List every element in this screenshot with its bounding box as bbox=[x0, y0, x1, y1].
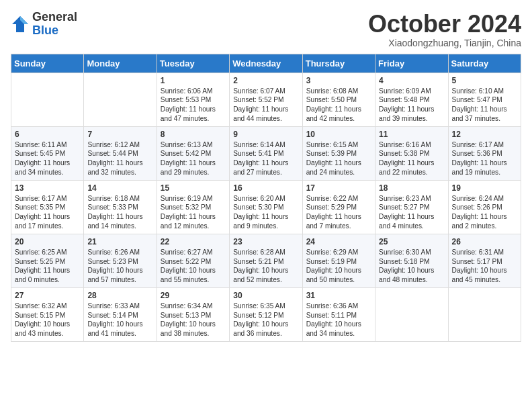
calendar-cell: 16Sunrise: 6:20 AMSunset: 5:30 PMDayligh… bbox=[230, 180, 302, 234]
day-number: 19 bbox=[452, 183, 517, 193]
calendar-cell: 6Sunrise: 6:11 AMSunset: 5:45 PMDaylight… bbox=[11, 126, 84, 180]
weekday-header: Saturday bbox=[448, 54, 521, 73]
day-info: Sunrise: 6:28 AMSunset: 5:21 PMDaylight:… bbox=[233, 248, 298, 285]
day-number: 21 bbox=[87, 237, 152, 246]
day-number: 8 bbox=[161, 130, 226, 139]
logo: General Blue bbox=[11, 11, 77, 38]
weekday-header: Tuesday bbox=[157, 54, 229, 73]
day-number: 25 bbox=[379, 237, 444, 246]
day-info: Sunrise: 6:25 AMSunset: 5:25 PMDaylight:… bbox=[15, 248, 80, 285]
day-info: Sunrise: 6:27 AMSunset: 5:22 PMDaylight:… bbox=[161, 248, 226, 285]
calendar-cell: 30Sunrise: 6:35 AMSunset: 5:12 PMDayligh… bbox=[230, 287, 302, 341]
day-info: Sunrise: 6:30 AMSunset: 5:18 PMDaylight:… bbox=[379, 248, 444, 285]
day-number: 20 bbox=[15, 237, 80, 246]
month-title: October 2024 bbox=[368, 11, 521, 38]
day-number: 9 bbox=[233, 130, 298, 139]
day-number: 23 bbox=[233, 237, 298, 246]
calendar-header-row: SundayMondayTuesdayWednesdayThursdayFrid… bbox=[11, 54, 521, 73]
calendar-cell: 8Sunrise: 6:13 AMSunset: 5:42 PMDaylight… bbox=[157, 126, 229, 180]
calendar-cell bbox=[11, 73, 84, 126]
calendar-cell: 21Sunrise: 6:26 AMSunset: 5:23 PMDayligh… bbox=[84, 234, 157, 287]
page-header: General Blue October 2024 Xiaodongzhuang… bbox=[11, 11, 521, 48]
day-info: Sunrise: 6:11 AMSunset: 5:45 PMDaylight:… bbox=[15, 140, 80, 177]
day-number: 15 bbox=[161, 183, 226, 193]
weekday-header: Monday bbox=[84, 54, 157, 73]
calendar-cell: 22Sunrise: 6:27 AMSunset: 5:22 PMDayligh… bbox=[157, 234, 229, 287]
day-info: Sunrise: 6:34 AMSunset: 5:13 PMDaylight:… bbox=[161, 302, 226, 338]
day-info: Sunrise: 6:16 AMSunset: 5:38 PMDaylight:… bbox=[379, 140, 444, 177]
day-info: Sunrise: 6:32 AMSunset: 5:15 PMDaylight:… bbox=[15, 302, 80, 338]
calendar-cell bbox=[448, 287, 521, 341]
calendar-cell: 27Sunrise: 6:32 AMSunset: 5:15 PMDayligh… bbox=[11, 287, 84, 341]
day-info: Sunrise: 6:23 AMSunset: 5:27 PMDaylight:… bbox=[379, 194, 444, 231]
calendar-cell: 17Sunrise: 6:22 AMSunset: 5:29 PMDayligh… bbox=[302, 180, 375, 234]
calendar-cell bbox=[375, 287, 448, 341]
calendar-cell: 23Sunrise: 6:28 AMSunset: 5:21 PMDayligh… bbox=[230, 234, 302, 287]
day-info: Sunrise: 6:22 AMSunset: 5:29 PMDaylight:… bbox=[306, 194, 371, 231]
calendar-cell: 25Sunrise: 6:30 AMSunset: 5:18 PMDayligh… bbox=[375, 234, 448, 287]
day-info: Sunrise: 6:26 AMSunset: 5:23 PMDaylight:… bbox=[87, 248, 152, 285]
logo-text: General Blue bbox=[32, 11, 77, 38]
logo-general: General bbox=[32, 11, 77, 24]
day-number: 7 bbox=[87, 130, 152, 139]
logo-blue: Blue bbox=[32, 24, 77, 38]
day-info: Sunrise: 6:15 AMSunset: 5:39 PMDaylight:… bbox=[306, 140, 371, 177]
day-info: Sunrise: 6:14 AMSunset: 5:41 PMDaylight:… bbox=[233, 140, 298, 177]
day-number: 11 bbox=[379, 130, 444, 139]
weekday-header: Friday bbox=[375, 54, 448, 73]
day-number: 18 bbox=[379, 183, 444, 193]
calendar-cell: 28Sunrise: 6:33 AMSunset: 5:14 PMDayligh… bbox=[84, 287, 157, 341]
calendar-cell: 31Sunrise: 6:36 AMSunset: 5:11 PMDayligh… bbox=[302, 287, 375, 341]
day-number: 10 bbox=[306, 130, 371, 139]
day-info: Sunrise: 6:06 AMSunset: 5:53 PMDaylight:… bbox=[161, 87, 226, 124]
calendar-cell: 7Sunrise: 6:12 AMSunset: 5:44 PMDaylight… bbox=[84, 126, 157, 180]
day-info: Sunrise: 6:20 AMSunset: 5:30 PMDaylight:… bbox=[233, 194, 298, 231]
location: Xiaodongzhuang, Tianjin, China bbox=[368, 38, 521, 48]
day-info: Sunrise: 6:19 AMSunset: 5:32 PMDaylight:… bbox=[161, 194, 226, 231]
day-number: 3 bbox=[306, 76, 371, 85]
day-info: Sunrise: 6:36 AMSunset: 5:11 PMDaylight:… bbox=[306, 302, 371, 338]
day-number: 28 bbox=[87, 291, 152, 300]
day-number: 24 bbox=[306, 237, 371, 246]
day-info: Sunrise: 6:13 AMSunset: 5:42 PMDaylight:… bbox=[161, 140, 226, 177]
day-info: Sunrise: 6:29 AMSunset: 5:19 PMDaylight:… bbox=[306, 248, 371, 285]
calendar-cell: 26Sunrise: 6:31 AMSunset: 5:17 PMDayligh… bbox=[448, 234, 521, 287]
calendar-week-row: 27Sunrise: 6:32 AMSunset: 5:15 PMDayligh… bbox=[11, 287, 521, 341]
day-number: 2 bbox=[233, 76, 298, 85]
title-block: October 2024 Xiaodongzhuang, Tianjin, Ch… bbox=[368, 11, 521, 48]
weekday-header: Thursday bbox=[302, 54, 375, 73]
day-info: Sunrise: 6:07 AMSunset: 5:52 PMDaylight:… bbox=[233, 87, 298, 124]
day-number: 16 bbox=[233, 183, 298, 193]
calendar-cell: 15Sunrise: 6:19 AMSunset: 5:32 PMDayligh… bbox=[157, 180, 229, 234]
day-number: 4 bbox=[379, 76, 444, 85]
calendar-cell: 1Sunrise: 6:06 AMSunset: 5:53 PMDaylight… bbox=[157, 73, 229, 126]
day-info: Sunrise: 6:17 AMSunset: 5:36 PMDaylight:… bbox=[452, 140, 517, 177]
day-number: 22 bbox=[161, 237, 226, 246]
day-info: Sunrise: 6:08 AMSunset: 5:50 PMDaylight:… bbox=[306, 87, 371, 124]
day-info: Sunrise: 6:17 AMSunset: 5:35 PMDaylight:… bbox=[15, 194, 80, 231]
calendar-cell: 20Sunrise: 6:25 AMSunset: 5:25 PMDayligh… bbox=[11, 234, 84, 287]
day-info: Sunrise: 6:33 AMSunset: 5:14 PMDaylight:… bbox=[87, 302, 152, 338]
day-number: 27 bbox=[15, 291, 80, 300]
day-number: 1 bbox=[161, 76, 226, 85]
day-info: Sunrise: 6:35 AMSunset: 5:12 PMDaylight:… bbox=[233, 302, 298, 338]
calendar-cell bbox=[84, 73, 157, 126]
day-number: 12 bbox=[452, 130, 517, 139]
day-number: 30 bbox=[233, 291, 298, 300]
day-number: 6 bbox=[15, 130, 80, 139]
calendar-week-row: 20Sunrise: 6:25 AMSunset: 5:25 PMDayligh… bbox=[11, 234, 521, 287]
calendar-table: SundayMondayTuesdayWednesdayThursdayFrid… bbox=[11, 54, 521, 342]
logo-icon bbox=[11, 15, 30, 34]
calendar-cell: 9Sunrise: 6:14 AMSunset: 5:41 PMDaylight… bbox=[230, 126, 302, 180]
calendar-week-row: 6Sunrise: 6:11 AMSunset: 5:45 PMDaylight… bbox=[11, 126, 521, 180]
calendar-cell: 29Sunrise: 6:34 AMSunset: 5:13 PMDayligh… bbox=[157, 287, 229, 341]
day-number: 17 bbox=[306, 183, 371, 193]
calendar-cell: 4Sunrise: 6:09 AMSunset: 5:48 PMDaylight… bbox=[375, 73, 448, 126]
day-info: Sunrise: 6:09 AMSunset: 5:48 PMDaylight:… bbox=[379, 87, 444, 124]
day-number: 26 bbox=[452, 237, 517, 246]
day-info: Sunrise: 6:24 AMSunset: 5:26 PMDaylight:… bbox=[452, 194, 517, 231]
calendar-cell: 11Sunrise: 6:16 AMSunset: 5:38 PMDayligh… bbox=[375, 126, 448, 180]
calendar-cell: 19Sunrise: 6:24 AMSunset: 5:26 PMDayligh… bbox=[448, 180, 521, 234]
weekday-header: Sunday bbox=[11, 54, 84, 73]
calendar-cell: 18Sunrise: 6:23 AMSunset: 5:27 PMDayligh… bbox=[375, 180, 448, 234]
